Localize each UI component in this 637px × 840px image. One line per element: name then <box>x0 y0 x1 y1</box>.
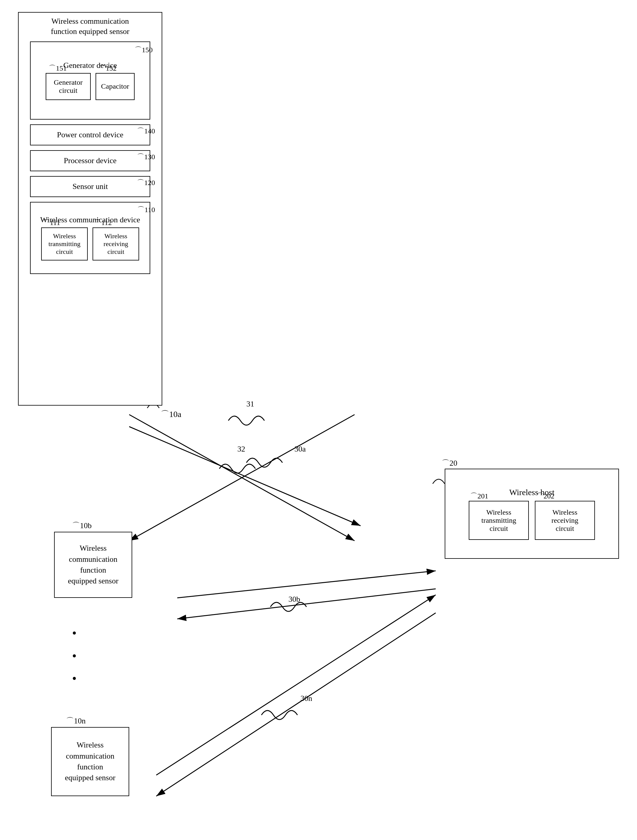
wireless-tx-circuit-box: Wireless transmitting circuit <box>41 227 88 261</box>
svg-line-8 <box>156 613 436 796</box>
ref-10n-squiggle: ⌒10n <box>66 715 85 726</box>
wireless-host-box: Wireless host ⌒201 Wireless transmitting… <box>445 469 619 559</box>
ref-10a: ⌒10a <box>161 409 181 420</box>
sensor-10n-box: Wireless communication function equipped… <box>51 727 129 796</box>
ref-110: ⌒110 <box>138 205 155 215</box>
channel-31-label: 31 <box>247 399 254 409</box>
ref-130: ⌒130 <box>137 152 155 162</box>
generator-device-box: Generator device ⌒151 Generator circuit … <box>30 41 150 120</box>
processor-device-box: Processor device <box>30 150 150 171</box>
channel-30b-label: 30b <box>288 595 300 604</box>
channel-32-label: 32 <box>237 445 245 454</box>
ref-112-squiggle: ⌒112 <box>94 218 112 227</box>
ref-120: ⌒120 <box>137 178 155 188</box>
ref-201-squiggle: ⌒201 <box>470 491 488 501</box>
svg-line-3 <box>129 415 354 541</box>
ref-151-squiggle: ⌒151 <box>49 63 67 73</box>
host-tx-circuit-box: Wireless transmitting circuit <box>469 501 529 540</box>
svg-line-5 <box>177 571 436 598</box>
capacitor-box: Capacitor <box>96 73 134 100</box>
ref-150: ⌒150 <box>134 45 153 55</box>
ref-10b-squiggle: ⌒10b <box>72 520 92 531</box>
wireless-rx-circuit-box: Wireless receiving circuit <box>93 227 139 261</box>
host-rx-circuit-box: Wireless receiving circuit <box>535 501 595 540</box>
continuation-dots: • • • <box>72 622 77 690</box>
wireless-comm-device-box: Wireless communication device ⌒111 Wirel… <box>30 202 150 274</box>
sensor-10a-outer-box: Wireless communication function equipped… <box>18 12 162 406</box>
ref-20-squiggle: ⌒20 <box>442 458 457 468</box>
power-control-box: Power control device <box>30 125 150 145</box>
svg-line-2 <box>129 426 360 526</box>
generator-circuit-box: Generator circuit <box>46 73 91 100</box>
svg-line-6 <box>177 589 436 619</box>
channel-30n-label: 30n <box>300 694 312 703</box>
ref-140: ⌒140 <box>137 126 155 136</box>
channel-30a-label: 30a <box>294 445 306 454</box>
ref-111-squiggle: ⌒111 <box>43 218 60 227</box>
diagram: Wireless communication function equipped… <box>0 0 637 840</box>
ref-152-squiggle: ⌒152 <box>98 63 117 73</box>
sensor-10a-title: Wireless communication function equipped… <box>48 13 132 39</box>
svg-line-4 <box>129 415 354 541</box>
sensor-10b-box: Wireless communication function equipped… <box>54 532 132 598</box>
svg-line-7 <box>156 595 436 775</box>
sensor-unit-box: Sensor unit <box>30 176 150 197</box>
ref-202-squiggle: ⌒202 <box>536 491 554 501</box>
